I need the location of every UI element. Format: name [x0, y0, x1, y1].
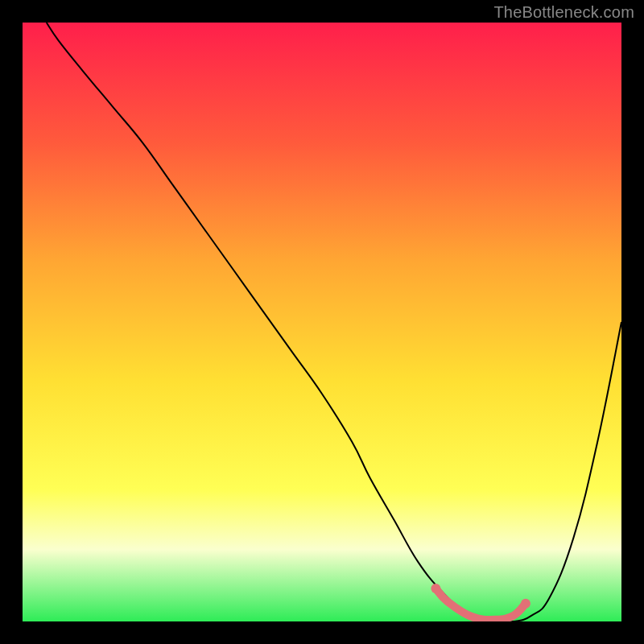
chart-svg	[23, 23, 621, 621]
optimal-range-endpoint-0	[431, 584, 440, 593]
chart-frame: TheBottleneck.com	[0, 0, 644, 644]
watermark-label: TheBottleneck.com	[493, 3, 634, 22]
optimal-range-endpoint-1	[521, 599, 530, 609]
plot-area	[23, 23, 621, 621]
gradient-background	[23, 23, 621, 621]
